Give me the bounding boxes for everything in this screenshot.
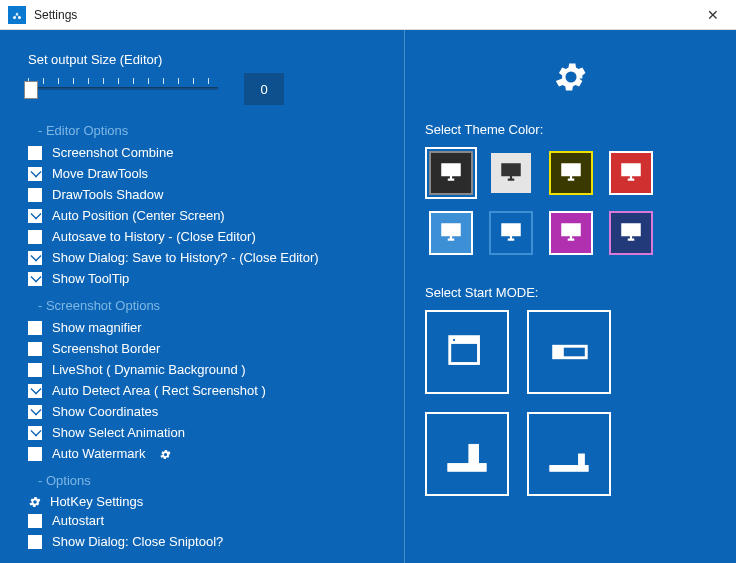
screenshot-option-checkbox[interactable] (28, 426, 42, 440)
editor-option-row: Show Dialog: Save to History? - (Close E… (28, 249, 382, 267)
window-title: Settings (34, 8, 698, 22)
editor-option-label: Show ToolTip (52, 270, 129, 288)
screenshot-option-checkbox[interactable] (28, 405, 42, 419)
editor-option-row: Move DrawTools (28, 165, 382, 183)
editor-option-label: Auto Position (Center Screen) (52, 207, 225, 225)
theme-color-label: Select Theme Color: (425, 122, 716, 137)
editor-option-row: DrawTools Shadow (28, 186, 382, 204)
screenshot-option-row: Auto Watermark (28, 445, 382, 463)
hotkey-settings-label: HotKey Settings (50, 494, 143, 509)
editor-option-checkbox[interactable] (28, 230, 42, 244)
start-mode-grid (425, 310, 716, 496)
monitor-icon (558, 219, 584, 248)
theme-swatch[interactable] (485, 147, 537, 199)
output-size-label: Set output Size (Editor) (28, 52, 382, 67)
screenshot-option-row: Show Select Animation (28, 424, 382, 442)
option-label: Autostart (52, 512, 104, 530)
option-label: Show Dialog: Close Sniptool? (52, 533, 223, 551)
monitor-icon (438, 159, 464, 188)
editor-option-label: Screenshot Combine (52, 144, 173, 162)
screenshot-option-label: Show Coordinates (52, 403, 158, 421)
editor-option-label: DrawTools Shadow (52, 186, 163, 204)
theme-swatch[interactable] (545, 207, 597, 259)
gear-icon[interactable] (155, 445, 172, 463)
screenshot-option-row: Screenshot Border (28, 340, 382, 358)
screenshot-option-checkbox[interactable] (28, 447, 42, 461)
screenshot-option-checkbox[interactable] (28, 321, 42, 335)
content: Set output Size (Editor) 0 - Editor Opti… (0, 30, 736, 563)
monitor-icon (618, 159, 644, 188)
output-size-value: 0 (244, 73, 284, 105)
start-mode-window[interactable] (425, 310, 509, 394)
svg-rect-10 (579, 454, 585, 466)
svg-rect-7 (448, 464, 486, 472)
editor-option-checkbox[interactable] (28, 188, 42, 202)
section-options: - Options (38, 473, 382, 488)
start-mode-taskbar[interactable] (425, 412, 509, 496)
theme-swatch[interactable] (425, 147, 477, 199)
title-bar: Settings ✕ (0, 0, 736, 30)
screenshot-option-row: Show magnifier (28, 319, 382, 337)
close-button[interactable]: ✕ (698, 7, 728, 23)
editor-option-row: Autosave to History - (Close Editor) (28, 228, 382, 246)
monitor-icon (498, 159, 524, 188)
section-screenshot-options: - Screenshot Options (38, 298, 382, 313)
svg-rect-8 (469, 444, 479, 463)
monitor-icon (558, 159, 584, 188)
theme-grid (425, 147, 716, 259)
editor-option-checkbox[interactable] (28, 272, 42, 286)
editor-option-row: Auto Position (Center Screen) (28, 207, 382, 225)
editor-option-row: Show ToolTip (28, 270, 382, 288)
editor-option-label: Show Dialog: Save to History? - (Close E… (52, 249, 319, 267)
svg-rect-9 (550, 466, 588, 472)
monitor-icon (438, 219, 464, 248)
monitor-icon (618, 219, 644, 248)
editor-option-label: Autosave to History - (Close Editor) (52, 228, 256, 246)
theme-swatch[interactable] (605, 207, 657, 259)
editor-option-checkbox[interactable] (28, 167, 42, 181)
screenshot-option-checkbox[interactable] (28, 363, 42, 377)
start-mode-bar[interactable] (527, 310, 611, 394)
svg-rect-6 (554, 346, 564, 358)
start-mode-tray[interactable] (527, 412, 611, 496)
output-size-slider[interactable] (28, 78, 218, 100)
theme-swatch[interactable] (545, 147, 597, 199)
right-panel: Select Theme Color: Select Start MODE: (405, 30, 736, 563)
screenshot-option-checkbox[interactable] (28, 342, 42, 356)
screenshot-option-label: Auto Detect Area ( Rect Screenshot ) (52, 382, 266, 400)
screenshot-option-label: LiveShot ( Dynamic Background ) (52, 361, 246, 379)
gear-icon (28, 495, 42, 509)
hotkey-settings[interactable]: HotKey Settings (28, 494, 382, 509)
left-panel: Set output Size (Editor) 0 - Editor Opti… (0, 30, 405, 563)
svg-rect-4 (453, 339, 456, 342)
editor-option-checkbox[interactable] (28, 146, 42, 160)
theme-swatch[interactable] (425, 207, 477, 259)
option-row: Show Dialog: Close Sniptool? (28, 533, 382, 551)
app-icon (8, 6, 26, 24)
monitor-icon (498, 219, 524, 248)
screenshot-option-label: Auto Watermark (52, 445, 145, 463)
option-row: Autostart (28, 512, 382, 530)
settings-gear-icon (425, 58, 716, 96)
screenshot-option-checkbox[interactable] (28, 384, 42, 398)
theme-swatch[interactable] (605, 147, 657, 199)
screenshot-option-label: Screenshot Border (52, 340, 160, 358)
option-checkbox[interactable] (28, 535, 42, 549)
editor-option-row: Screenshot Combine (28, 144, 382, 162)
option-checkbox[interactable] (28, 514, 42, 528)
editor-option-checkbox[interactable] (28, 251, 42, 265)
screenshot-option-row: Show Coordinates (28, 403, 382, 421)
section-editor-options: - Editor Options (38, 123, 382, 138)
editor-option-label: Move DrawTools (52, 165, 148, 183)
editor-option-checkbox[interactable] (28, 209, 42, 223)
screenshot-option-label: Show Select Animation (52, 424, 185, 442)
screenshot-option-row: LiveShot ( Dynamic Background ) (28, 361, 382, 379)
theme-swatch[interactable] (485, 207, 537, 259)
screenshot-option-row: Auto Detect Area ( Rect Screenshot ) (28, 382, 382, 400)
start-mode-label: Select Start MODE: (425, 285, 716, 300)
screenshot-option-label: Show magnifier (52, 319, 142, 337)
